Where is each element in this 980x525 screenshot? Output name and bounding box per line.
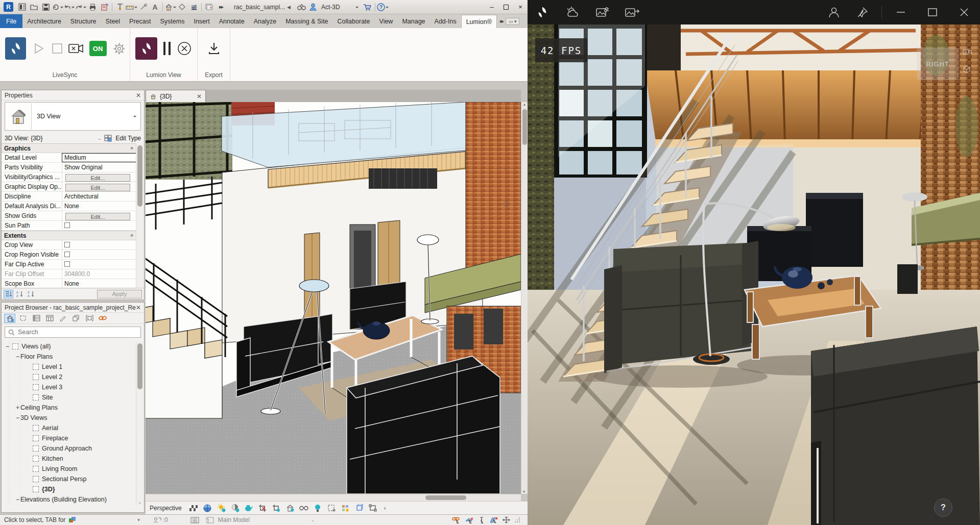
view-tab-close-icon[interactable]: ✕ [197, 93, 202, 100]
checkbox[interactable] [64, 242, 70, 247]
crop-view-icon[interactable] [258, 503, 268, 513]
select-underlay-icon[interactable] [465, 517, 474, 523]
tab-insert[interactable]: Insert [189, 14, 214, 28]
tree-item-3d-views[interactable]: −3D Views [2, 413, 136, 423]
section-header-graphics[interactable]: Graphics« [2, 143, 136, 153]
instance-selector[interactable]: 3D View: {3D} [5, 135, 43, 142]
tree-item-views-all-[interactable]: −Views (all) [2, 341, 136, 352]
tree-item-aerial[interactable]: Aerial [2, 423, 136, 433]
tab-massing-site[interactable]: Massing & Site [281, 14, 332, 28]
property-value[interactable]: Edit... [62, 172, 136, 182]
help-dropdown-caret[interactable] [386, 7, 389, 10]
checkbox[interactable] [64, 261, 70, 267]
lumion-view-icon[interactable] [135, 37, 157, 60]
tree-item-level-3[interactable]: Level 3 [2, 382, 136, 392]
crop-region-icon[interactable] [272, 503, 281, 513]
section-collapse-icon[interactable]: « [130, 234, 135, 237]
undo-icon[interactable] [63, 2, 75, 13]
lumion-render-scene[interactable] [528, 24, 980, 525]
qat-properties-icon[interactable] [16, 2, 28, 13]
lumion-help-button[interactable]: ? [934, 498, 952, 517]
lumion-weather-icon[interactable] [561, 1, 585, 24]
canvas-horizontal-scrollbar[interactable] [146, 494, 521, 501]
tab-annotate[interactable]: Annotate [214, 14, 249, 28]
tab-lumion-[interactable]: Lumion® [461, 15, 497, 28]
property-row[interactable]: Crop View [2, 240, 136, 250]
browser-families-icon[interactable] [70, 314, 82, 323]
property-row[interactable]: Sun Path [2, 221, 136, 231]
account-dropdown-caret[interactable] [355, 7, 358, 10]
livesync-start-icon[interactable] [32, 42, 44, 55]
navigation-zoom-icon[interactable]: ⌕ [503, 163, 507, 172]
modify-pin-icon[interactable] [114, 2, 126, 13]
print-preview-icon[interactable] [99, 2, 110, 13]
browser-search-box[interactable] [5, 327, 141, 338]
edit-button[interactable]: Edit... [65, 184, 130, 191]
sort-ascending-icon[interactable]: AZ [15, 290, 25, 298]
worksharing-display-icon[interactable] [341, 503, 350, 513]
property-row[interactable]: Graphic Display Op...Edit... [2, 182, 136, 192]
property-value[interactable] [62, 240, 136, 249]
property-value[interactable]: Edit... [62, 182, 136, 192]
tab-steel[interactable]: Steel [101, 14, 125, 28]
property-value[interactable] [62, 260, 136, 269]
print-icon[interactable] [87, 2, 99, 13]
aligned-dimension-icon[interactable] [137, 2, 149, 13]
revit-minimize-button[interactable]: – [485, 2, 499, 13]
drag-elements-icon[interactable] [503, 516, 510, 523]
tab-manage[interactable]: Manage [397, 14, 429, 28]
revit-maximize-button[interactable] [499, 2, 513, 13]
tree-item-sectional-persp[interactable]: Sectional Persp [2, 474, 136, 484]
visual-style-icon[interactable] [203, 503, 212, 513]
property-row[interactable]: DisciplineArchitectural [2, 192, 136, 202]
redo-dropdown-caret[interactable] [83, 7, 86, 10]
expand-icon[interactable]: + [15, 404, 20, 411]
tree-item-level-2[interactable]: Level 2 [2, 372, 136, 382]
select-pinned-icon[interactable] [478, 517, 486, 523]
tab-analyze[interactable]: Analyze [249, 14, 281, 28]
tab-file[interactable]: File [0, 14, 22, 28]
3d-view-dropdown-caret[interactable] [173, 7, 176, 10]
property-value[interactable]: 304800.0 [62, 269, 136, 279]
lock-view-icon[interactable] [285, 503, 295, 513]
sort-default-icon[interactable] [4, 290, 13, 298]
tab-overflow-icon[interactable]: ▸▸ [500, 18, 503, 24]
store-cart-icon[interactable] [362, 2, 373, 13]
property-value[interactable]: Show Original [62, 163, 136, 172]
lumion-minimize-button[interactable] [889, 1, 913, 24]
status-dropdown-caret[interactable]: ▾ [137, 517, 140, 522]
scale-icon[interactable] [189, 503, 199, 513]
redo-icon[interactable] [75, 2, 87, 13]
render-dialog-icon[interactable] [244, 503, 254, 513]
lumion-view-panel-label[interactable]: Lumion View [130, 69, 197, 81]
lumion-logo-icon[interactable] [531, 1, 554, 24]
select-elements-by-face-icon[interactable] [490, 517, 498, 523]
tree-item-living-room[interactable]: Living Room [2, 464, 136, 474]
browser-sheets-icon[interactable] [44, 314, 55, 323]
tree-item-fireplace[interactable]: Fireplace [2, 433, 136, 443]
sun-settings-icon[interactable] [217, 503, 226, 513]
account-name[interactable]: Act-3D [321, 4, 340, 11]
tree-item--3d-[interactable]: {3D} [2, 484, 136, 494]
property-value[interactable]: None [62, 279, 136, 288]
lumion-view-cancel-icon[interactable] [177, 41, 192, 56]
property-value[interactable] [62, 250, 136, 259]
lumion-sync-camera-icon[interactable] [963, 48, 972, 55]
browser-schedules-icon[interactable] [31, 314, 42, 323]
livesync-settings-gear-icon[interactable] [113, 42, 125, 55]
model-canvas[interactable]: RIGHT ⌕ ◎ [146, 102, 521, 494]
design-option-caret[interactable]: ⌄ [311, 517, 315, 522]
select-links-icon[interactable] [452, 517, 461, 523]
property-row[interactable]: Far Clip Offset304800.0 [2, 269, 136, 279]
tab-collaborate[interactable]: Collaborate [333, 14, 375, 28]
edit-type-button[interactable]: Edit Type [115, 135, 141, 142]
property-row[interactable]: Show GridsEdit... [2, 211, 136, 221]
browser-scrollbar[interactable]: ⌄ [136, 341, 144, 506]
type-selector[interactable]: 3D View [5, 102, 141, 131]
collapse-icon[interactable]: − [15, 414, 20, 421]
section-collapse-icon[interactable]: « [130, 147, 135, 150]
project-browser-close-icon[interactable]: ✕ [136, 304, 141, 311]
lumion-pin-icon[interactable] [851, 1, 874, 24]
scale-label[interactable]: Perspective [150, 505, 182, 512]
property-value[interactable] [62, 221, 136, 230]
